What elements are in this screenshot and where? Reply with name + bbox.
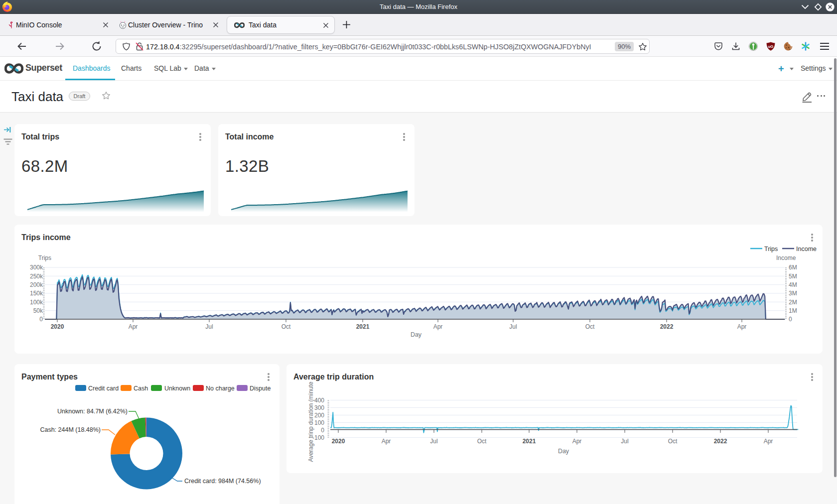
svg-text:Jul: Jul [205, 323, 213, 330]
svg-text:Day: Day [411, 331, 422, 338]
svg-text:Jul: Jul [430, 438, 437, 445]
svg-text:2020: 2020 [51, 323, 64, 330]
svg-text:No charge: No charge [206, 385, 235, 392]
svg-text:Jul: Jul [621, 438, 628, 445]
svg-text:Apr: Apr [764, 438, 773, 445]
svg-text:Credit card: Credit card [88, 385, 119, 392]
svg-text:Apr: Apr [737, 323, 747, 330]
svg-text:Oct: Oct [281, 323, 291, 330]
svg-text:Trips: Trips [764, 246, 778, 252]
svg-text:Apr: Apr [129, 323, 138, 330]
svg-text:0: 0 [39, 316, 43, 323]
svg-text:50k: 50k [33, 307, 43, 314]
svg-text:Dispute: Dispute [250, 385, 271, 392]
svg-text:Average trinp duration (minute: Average trinp duration (minute [307, 381, 314, 462]
svg-text:100: 100 [314, 419, 324, 426]
svg-text:200k: 200k [30, 281, 43, 288]
svg-text:400: 400 [314, 397, 324, 404]
svg-text:150k: 150k [30, 290, 43, 297]
svg-text:Cash: 244M (18.48%): Cash: 244M (18.48%) [40, 426, 101, 433]
svg-text:Apr: Apr [382, 438, 391, 445]
svg-text:Oct: Oct [668, 438, 678, 445]
svg-text:Credit card: 984M (74.56%): Credit card: 984M (74.56%) [184, 478, 261, 485]
svg-text:2021: 2021 [523, 438, 536, 445]
svg-text:100k: 100k [30, 299, 43, 306]
svg-text:uO: uO [768, 44, 774, 49]
svg-text:0: 0 [789, 316, 792, 323]
svg-text:Apr: Apr [572, 438, 582, 445]
svg-text:300k: 300k [30, 264, 43, 271]
svg-text:2M: 2M [789, 299, 797, 306]
svg-text:2021: 2021 [356, 323, 370, 330]
svg-text:Trips: Trips [38, 254, 51, 261]
svg-text:Day: Day [558, 448, 569, 455]
svg-text:Jul: Jul [509, 323, 517, 330]
svg-text:3M: 3M [789, 290, 797, 297]
svg-text:4M: 4M [789, 281, 797, 288]
svg-text:Unknown: 84.7M (6.42%): Unknown: 84.7M (6.42%) [57, 408, 128, 415]
svg-text:2022: 2022 [660, 323, 674, 330]
svg-text:200: 200 [314, 412, 324, 419]
svg-text:1M: 1M [789, 307, 797, 314]
svg-text:300: 300 [314, 404, 324, 411]
svg-text:0: 0 [321, 427, 324, 434]
svg-text:Cash: Cash [134, 385, 148, 392]
svg-text:Oct: Oct [585, 323, 595, 330]
svg-text:5M: 5M [789, 273, 797, 280]
svg-text:Apr: Apr [433, 323, 443, 330]
svg-text:2022: 2022 [714, 438, 727, 445]
svg-text:Unknown: Unknown [164, 385, 190, 392]
svg-text:Income: Income [796, 246, 817, 252]
svg-text:6M: 6M [789, 264, 797, 271]
svg-text:Oct: Oct [477, 438, 487, 445]
svg-text:250k: 250k [30, 273, 43, 280]
svg-text:Income: Income [776, 254, 796, 261]
svg-text:2020: 2020 [332, 438, 345, 445]
